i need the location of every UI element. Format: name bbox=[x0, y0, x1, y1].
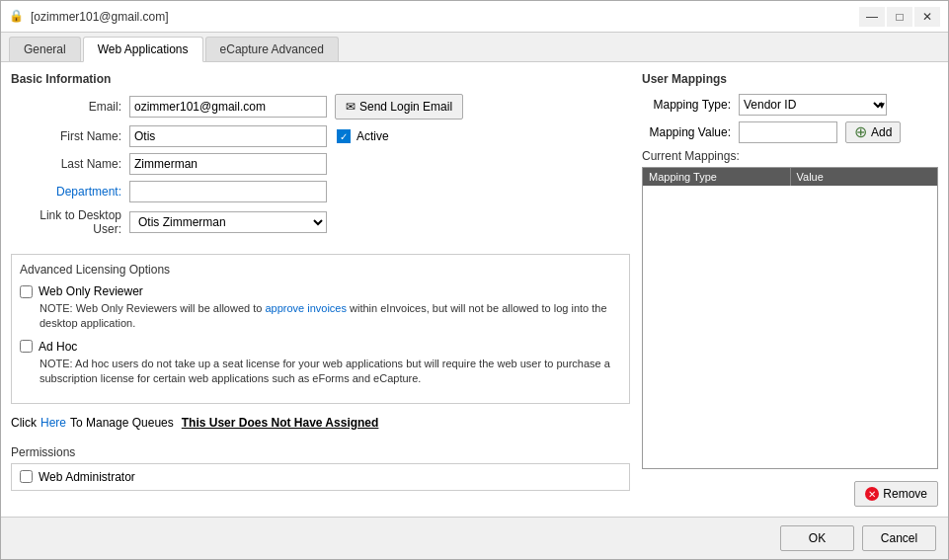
tab-web-applications[interactable]: Web Applications bbox=[83, 37, 203, 62]
basic-info-section: Basic Information Email: ✉ Send Login Em… bbox=[11, 72, 630, 242]
add-circle-icon: ⊕ bbox=[854, 124, 867, 140]
firstname-input[interactable] bbox=[129, 125, 327, 147]
window-controls: — □ ✕ bbox=[859, 7, 940, 27]
remove-mapping-button[interactable]: ✕ Remove bbox=[854, 481, 938, 507]
bottom-bar: OK Cancel bbox=[1, 517, 948, 559]
remove-label: Remove bbox=[883, 487, 927, 501]
window-icon: 🔒 bbox=[9, 9, 25, 25]
main-window: 🔒 [ozimmer101@gmail.com] — □ ✕ General W… bbox=[0, 0, 949, 560]
minimize-button[interactable]: — bbox=[859, 7, 885, 27]
title-bar: 🔒 [ozimmer101@gmail.com] — □ ✕ bbox=[1, 1, 948, 33]
send-email-label: Send Login Email bbox=[359, 100, 452, 114]
basic-info-title: Basic Information bbox=[11, 72, 630, 86]
mapping-type-select[interactable]: Vendor ID Employee ID Department bbox=[739, 94, 887, 116]
click-text: Click bbox=[11, 416, 37, 430]
adhoc-note: NOTE: Ad hoc users do not take up a seat… bbox=[40, 357, 621, 387]
web-admin-label: Web Administrator bbox=[39, 470, 135, 484]
link-desktop-select[interactable]: Otis Zimmerman bbox=[129, 211, 327, 233]
to-manage-text: To Manage Queues bbox=[70, 416, 174, 430]
adhoc-checkbox[interactable] bbox=[20, 340, 33, 353]
permissions-border: Web Administrator bbox=[11, 463, 630, 491]
remove-icon: ✕ bbox=[865, 487, 879, 501]
lastname-label: Last Name: bbox=[11, 157, 129, 171]
permissions-section: Permissions Web Administrator bbox=[11, 445, 630, 491]
mapping-value-input[interactable] bbox=[739, 121, 837, 143]
email-group: Email: ✉ Send Login Email bbox=[11, 94, 630, 120]
mappings-table-body bbox=[643, 186, 937, 442]
dept-label[interactable]: Department: bbox=[11, 185, 129, 199]
firstname-group: First Name: ✓ Active bbox=[11, 125, 630, 147]
email-icon: ✉ bbox=[346, 100, 356, 114]
ok-button[interactable]: OK bbox=[780, 525, 854, 551]
close-button[interactable]: ✕ bbox=[914, 7, 940, 27]
lastname-input[interactable] bbox=[129, 153, 327, 175]
active-group: ✓ Active bbox=[337, 129, 389, 143]
firstname-label: First Name: bbox=[11, 129, 129, 143]
adhoc-label: Ad Hoc bbox=[39, 340, 77, 354]
web-admin-row: Web Administrator bbox=[20, 470, 621, 484]
current-mappings-label: Current Mappings: bbox=[642, 149, 938, 163]
adhoc-option: Ad Hoc NOTE: Ad hoc users do not take up… bbox=[20, 340, 621, 387]
web-only-label: Web Only Reviewer bbox=[39, 284, 143, 298]
main-content: Basic Information Email: ✉ Send Login Em… bbox=[1, 62, 948, 517]
right-panel: User Mappings Mapping Type: Vendor ID Em… bbox=[642, 72, 938, 507]
web-only-option: Web Only Reviewer NOTE: Web Only Reviewe… bbox=[20, 284, 621, 332]
send-email-button[interactable]: ✉ Send Login Email bbox=[335, 94, 463, 120]
tab-bar: General Web Applications eCapture Advanc… bbox=[1, 33, 948, 62]
queue-assigned-text: This User Does Not Have Assigned bbox=[182, 416, 379, 430]
mappings-table-header: Mapping Type Value bbox=[643, 168, 937, 186]
adhoc-checkbox-row: Ad Hoc bbox=[20, 340, 621, 354]
dept-input[interactable] bbox=[129, 181, 327, 202]
mapping-value-label: Mapping Value: bbox=[642, 125, 731, 139]
web-only-note: NOTE: Web Only Reviewers will be allowed… bbox=[40, 301, 621, 332]
email-input[interactable] bbox=[129, 96, 327, 118]
dept-group: Department: bbox=[11, 181, 630, 202]
link-desktop-label: Link to Desktop User: bbox=[11, 208, 129, 236]
mapping-type-label: Mapping Type: bbox=[642, 98, 731, 112]
advanced-licensing-title: Advanced Licensing Options bbox=[20, 263, 621, 277]
add-label: Add bbox=[871, 125, 892, 139]
maximize-button[interactable]: □ bbox=[887, 7, 912, 27]
link-desktop-group: Link to Desktop User: Otis Zimmerman bbox=[11, 208, 630, 236]
active-checkbox[interactable]: ✓ bbox=[337, 129, 351, 143]
lastname-group: Last Name: bbox=[11, 153, 630, 175]
here-link[interactable]: Here bbox=[40, 416, 66, 430]
email-label: Email: bbox=[11, 100, 129, 114]
web-only-checkbox-row: Web Only Reviewer bbox=[20, 284, 621, 298]
queue-section: Click Here To Manage Queues This User Do… bbox=[11, 416, 630, 430]
remove-btn-row: ✕ Remove bbox=[642, 475, 938, 507]
window-title: [ozimmer101@gmail.com] bbox=[31, 10, 859, 24]
mapping-type-row: Mapping Type: Vendor ID Employee ID Depa… bbox=[642, 94, 938, 116]
active-label: Active bbox=[356, 129, 389, 143]
add-mapping-button[interactable]: ⊕ Add bbox=[845, 121, 901, 143]
approve-invoices-link[interactable]: approve invoices bbox=[265, 302, 347, 314]
user-mappings-title: User Mappings bbox=[642, 72, 938, 86]
left-panel: Basic Information Email: ✉ Send Login Em… bbox=[11, 72, 630, 507]
tab-general[interactable]: General bbox=[9, 37, 81, 61]
web-only-checkbox[interactable] bbox=[20, 285, 33, 298]
col-mapping-type: Mapping Type bbox=[643, 168, 791, 186]
col-value: Value bbox=[791, 168, 938, 186]
mapping-value-row: Mapping Value: ⊕ Add bbox=[642, 121, 938, 143]
web-admin-checkbox[interactable] bbox=[20, 470, 33, 483]
advanced-licensing-section: Advanced Licensing Options Web Only Revi… bbox=[11, 254, 630, 404]
tab-ecapture-advanced[interactable]: eCapture Advanced bbox=[205, 37, 339, 61]
cancel-button[interactable]: Cancel bbox=[862, 525, 936, 551]
permissions-title: Permissions bbox=[11, 445, 630, 459]
mappings-table: Mapping Type Value bbox=[642, 167, 938, 469]
